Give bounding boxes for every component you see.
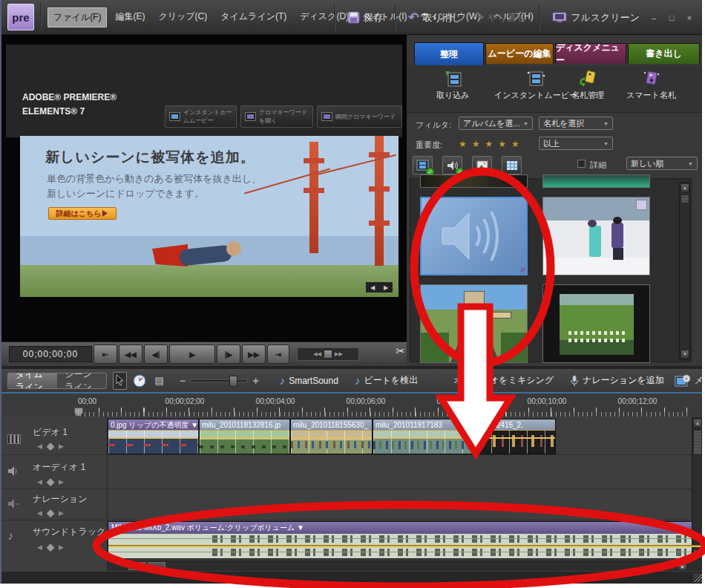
tab-disc-menu[interactable]: ディスクメニュー <box>555 43 626 64</box>
opacity-rubber-band[interactable] <box>373 437 472 439</box>
time-stretch-tool-button[interactable] <box>133 372 146 390</box>
importance-stars[interactable]: ★★★★★ <box>459 139 525 149</box>
prev-slide-icon[interactable]: ◀ <box>370 284 375 291</box>
next-slide-icon[interactable]: ▶ <box>384 284 388 291</box>
detail-checkbox[interactable] <box>577 160 586 168</box>
scrollbar-thumb[interactable] <box>693 430 702 455</box>
zoom-slider[interactable] <box>190 379 248 382</box>
scroll-right-icon[interactable]: ▶ <box>678 562 687 571</box>
menu-clip[interactable]: クリップ(C) <box>153 7 212 27</box>
opacity-rubber-band[interactable] <box>291 437 372 439</box>
instant-movie-button[interactable]: インスタントムービー <box>494 70 577 101</box>
media-button-clipped[interactable]: メ <box>675 374 702 388</box>
get-media-button[interactable]: 取り込み <box>436 70 470 101</box>
timeline-clip-video[interactable]: milu_201011917183 <box>373 419 473 454</box>
smartsound-button[interactable]: ♪ SmartSound <box>280 374 338 387</box>
clip-label[interactable]: milu_201011917183 <box>373 419 472 431</box>
shuttle-slider[interactable]: ◀◀ ▶▶ <box>297 347 359 361</box>
save-button[interactable]: 保存 <box>341 8 389 27</box>
goto-end-button[interactable]: ⇥ <box>267 344 289 364</box>
maximize-button[interactable]: □ <box>666 13 677 22</box>
media-thumbnail-video[interactable] <box>542 197 650 275</box>
step-forward-button[interactable]: |▶ <box>217 344 240 364</box>
menu-timeline[interactable]: タイムライン(T) <box>215 7 292 27</box>
ad-cta-button[interactable]: 詳細はこちら▶ <box>48 207 117 220</box>
selection-tool-button[interactable] <box>113 372 127 390</box>
volume-rubber-band[interactable] <box>108 545 702 547</box>
hscroll-thumb[interactable] <box>128 562 146 570</box>
hscroll-thumb[interactable] <box>148 562 165 570</box>
album-select-dropdown[interactable]: アルバムを選...▼ <box>459 117 533 130</box>
media-thumbnail-partial[interactable] <box>542 174 650 188</box>
add-narration-button[interactable]: ナレーションを追加 <box>570 374 664 387</box>
timeline-view-tab[interactable]: タイムライン <box>8 373 57 388</box>
step-back-button[interactable]: ◀| <box>144 344 168 364</box>
sort-dropdown[interactable]: 新しい順▼ <box>626 157 698 170</box>
smart-tag-button[interactable]: スマート名札 <box>626 70 676 101</box>
timeline-hscrollbar[interactable]: ▶ <box>108 561 702 571</box>
media-thumbnail-audio-selected[interactable]: P <box>420 197 528 275</box>
detect-beats-button[interactable]: ♪ ビートを検出 <box>355 374 418 387</box>
mix-audio-button[interactable]: オーディオをミキシング <box>453 374 554 387</box>
sceneline-view-tab[interactable]: シーンライン <box>57 373 106 388</box>
razor-tool-icon[interactable]: ✂ <box>396 344 405 358</box>
zoom-out-button[interactable]: − <box>180 375 186 387</box>
timeline-clip-video[interactable]: 428132415_2. <box>473 419 556 454</box>
tab-export[interactable]: 書き出し <box>628 43 700 64</box>
scroll-down-icon[interactable]: ▼ <box>693 549 702 558</box>
tab-organize[interactable]: 整理 <box>414 42 484 65</box>
resize-grip[interactable] <box>693 573 702 582</box>
timecode-display[interactable]: 00;00;00;00 <box>9 346 92 362</box>
tag-select-dropdown[interactable]: 名札を選択▼ <box>539 117 613 130</box>
minimize-button[interactable]: – <box>649 13 659 22</box>
clip-label[interactable]: 0.jpg リップの不透明度 ▼ <box>108 419 198 431</box>
media-thumbnail-video[interactable] <box>542 284 650 363</box>
shuttle-thumb[interactable] <box>324 350 332 359</box>
keyframe-nav[interactable]: ◀◆▶ <box>37 440 68 451</box>
timeline-clip-video[interactable]: 0.jpg リップの不透明度 ▼ <box>108 419 199 454</box>
timeline-vscrollbar[interactable]: ▲ ▼ <box>692 417 702 560</box>
promo-button-1[interactable]: インスタントホームムービー <box>165 105 237 128</box>
clip-label[interactable]: milu_2010118155630_ <box>291 419 372 431</box>
menu-edit[interactable]: 編集(E) <box>110 7 150 27</box>
timeline-clip-soundtrack[interactable]: MILU04a-MIXb_2.wav ボリューム:クリップボリューム ▼ <box>108 521 702 559</box>
zoom-slider-thumb[interactable] <box>229 376 237 387</box>
zoom-in-button[interactable]: + <box>252 375 258 387</box>
promo-button-2[interactable]: クロマキーワードを開く <box>240 105 313 128</box>
tab-edit-movie[interactable]: ムービーの編集 <box>485 43 554 64</box>
media-scrollbar[interactable]: ▲ ▼ <box>679 182 690 360</box>
opacity-rubber-band[interactable] <box>108 437 198 439</box>
rewind-button[interactable]: ◀◀ <box>119 344 142 364</box>
scroll-up-icon[interactable]: ▲ <box>693 419 702 428</box>
menu-file[interactable]: ファイル(F) <box>47 7 107 27</box>
clip-label[interactable]: milu_2010118132816.jp <box>200 419 289 431</box>
filter-photo-toggle[interactable]: ✓ <box>472 156 492 174</box>
scroll-up-icon[interactable]: ▲ <box>681 183 689 192</box>
media-thumbnail-video[interactable] <box>420 284 528 363</box>
redo-button[interactable]: ↷ やり直し <box>468 7 533 28</box>
fast-forward-button[interactable]: ▶▶ <box>242 344 266 364</box>
clip-label[interactable]: 428132415_2. <box>473 419 555 431</box>
scrollbar-thumb[interactable] <box>681 195 689 203</box>
soundtrack-clip-label[interactable]: MILU04a-MIXb_2.wav ボリューム:クリップボリューム ▼ <box>108 522 702 534</box>
keyframe-nav[interactable]: ◀◆▶ <box>37 476 68 487</box>
timeline-clip-video[interactable]: milu_2010118155630_ <box>290 419 373 454</box>
timeline-ruler[interactable]: 00;00 00;00;02;00 00;00;04;00 00;00;06;0… <box>1 392 702 416</box>
undo-button[interactable]: ↶ 取り消し <box>402 7 468 28</box>
threshold-dropdown[interactable]: 以上▼ <box>539 137 613 150</box>
goto-start-button[interactable]: ⇤ <box>94 344 117 364</box>
opacity-rubber-band[interactable] <box>200 437 289 439</box>
timeline-clip-video[interactable]: milu_2010118132816.jp <box>199 419 290 454</box>
fullscreen-button[interactable]: フルスクリーン <box>546 8 646 27</box>
opacity-rubber-band[interactable] <box>473 437 555 439</box>
keyframe-nav[interactable]: ◀◆▶ <box>37 541 68 552</box>
keyframe-nav[interactable]: ◀◆▶ <box>37 507 68 518</box>
close-button[interactable]: × <box>684 13 695 22</box>
filter-video-toggle[interactable]: ✓ <box>413 156 433 174</box>
scroll-down-icon[interactable]: ▼ <box>681 350 689 359</box>
grid-view-toggle[interactable] <box>502 156 522 174</box>
filter-audio-toggle[interactable]: ✓ <box>442 156 462 174</box>
media-thumbnail-partial[interactable] <box>420 174 528 188</box>
tag-manager-button[interactable]: 名札管理 <box>571 70 604 101</box>
promo-button-3[interactable]: 瞬間クロマキーワード <box>317 105 402 128</box>
